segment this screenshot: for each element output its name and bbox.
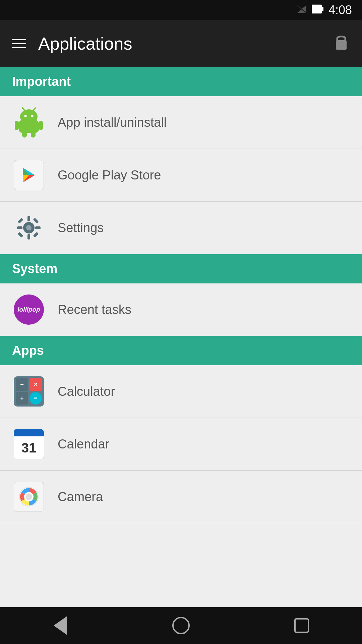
list-item-app-install-uninstall[interactable]: App install/uninstall [0, 96, 362, 149]
svg-point-7 [24, 115, 27, 117]
list-item-label-recent-tasks: Recent tasks [58, 303, 131, 317]
lock-icon[interactable] [333, 32, 350, 55]
camera-icon [14, 482, 44, 512]
recent-icon [294, 618, 309, 633]
calendar-icon-wrapper: 31 [12, 427, 46, 461]
svg-rect-28 [33, 232, 39, 238]
android-icon-wrapper [12, 106, 46, 139]
status-time: 4:08 [328, 3, 352, 17]
nav-bar [0, 607, 362, 644]
section-header-system: System [0, 254, 362, 283]
android-icon [14, 107, 44, 138]
section-header-important: Important [0, 67, 362, 96]
list-item-settings[interactable]: Settings [0, 202, 362, 254]
calc-minus-icon: − [16, 378, 28, 391]
svg-rect-12 [39, 121, 43, 130]
svg-rect-13 [22, 131, 27, 138]
lollipop-icon: lollipop [14, 294, 44, 325]
section-header-apps: Apps [0, 336, 362, 365]
list-item-label-camera: Camera [58, 490, 103, 504]
no-signal-icon [296, 4, 307, 17]
main-content: Important App inst [0, 67, 362, 607]
gear-icon [14, 213, 44, 243]
calendar-body: 31 [14, 436, 44, 459]
calendar-icon: 31 [14, 429, 44, 459]
gear-icon-wrapper [12, 211, 46, 245]
svg-line-9 [22, 108, 25, 111]
status-bar: 4:08 [0, 0, 362, 20]
list-item-camera[interactable]: Camera [0, 471, 362, 523]
home-icon [172, 617, 190, 634]
list-item-label-calculator: Calculator [58, 384, 115, 399]
svg-rect-11 [15, 121, 19, 130]
svg-point-6 [20, 109, 38, 124]
svg-rect-3 [322, 7, 323, 11]
svg-rect-27 [18, 232, 23, 238]
list-item-label-settings: Settings [58, 221, 104, 235]
svg-rect-2 [312, 5, 322, 13]
svg-rect-25 [18, 218, 23, 224]
svg-rect-4 [336, 40, 347, 50]
section-label-system: System [12, 262, 57, 276]
calculator-icon-wrapper: − × + = [12, 375, 46, 408]
svg-line-10 [33, 108, 35, 111]
status-icons: 4:08 [296, 3, 352, 17]
calendar-top-bar [14, 429, 44, 436]
svg-point-20 [26, 225, 32, 230]
nav-home-button[interactable] [161, 612, 201, 639]
svg-rect-14 [31, 131, 36, 138]
list-item-label-app-install: App install/uninstall [58, 115, 167, 130]
nav-recent-button[interactable] [282, 612, 322, 639]
svg-rect-26 [33, 218, 39, 224]
svg-rect-21 [27, 216, 30, 221]
hamburger-menu-icon[interactable] [12, 39, 26, 48]
list-item-recent-tasks[interactable]: lollipop Recent tasks [0, 283, 362, 336]
calculator-icon: − × + = [14, 376, 44, 407]
battery-icon [312, 4, 324, 17]
list-item-label-calendar: Calendar [58, 437, 109, 451]
svg-point-31 [25, 493, 32, 500]
nav-back-button[interactable] [40, 612, 80, 639]
svg-rect-22 [27, 234, 30, 239]
camera-icon-wrapper [12, 480, 46, 514]
playstore-icon-wrapper [12, 158, 46, 192]
list-item-google-play-store[interactable]: Google Play Store [0, 149, 362, 202]
svg-point-8 [31, 115, 34, 117]
svg-rect-23 [17, 226, 22, 229]
calc-plus-icon: + [16, 392, 28, 405]
playstore-icon [14, 160, 44, 190]
list-item-calendar[interactable]: 31 Calendar [0, 418, 362, 471]
calc-times-icon: × [29, 378, 42, 391]
calendar-date: 31 [21, 440, 37, 455]
list-item-calculator[interactable]: − × + = Calculator [0, 365, 362, 418]
section-label-important: Important [12, 74, 71, 89]
section-label-apps: Apps [12, 343, 44, 358]
lollipop-icon-wrapper: lollipop [12, 293, 46, 326]
list-item-label-play-store: Google Play Store [58, 168, 161, 182]
back-icon [54, 616, 67, 635]
page-title: Applications [38, 34, 320, 54]
calc-equals-icon: = [29, 392, 42, 405]
toolbar: Applications [0, 20, 362, 67]
svg-rect-24 [35, 226, 41, 229]
